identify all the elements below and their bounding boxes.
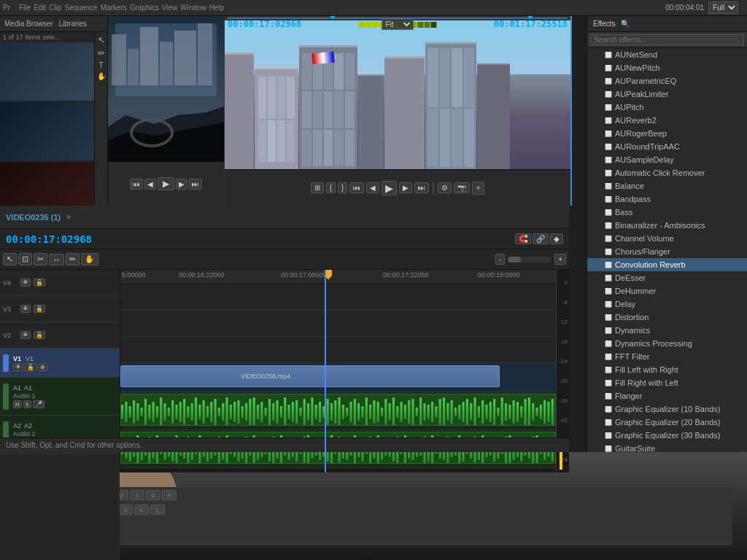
v3-toggle-btn[interactable]: 👁 bbox=[20, 305, 31, 313]
v1-sync-btn[interactable]: ⊕ bbox=[38, 363, 47, 371]
effects-item-18[interactable]: DeHummer bbox=[587, 284, 747, 298]
v2-toggle-btn[interactable]: 👁 bbox=[20, 331, 31, 339]
source-step-back-btn[interactable]: ◀ bbox=[144, 179, 156, 190]
zoom-slider-thumb[interactable] bbox=[508, 257, 521, 262]
effects-item-14[interactable]: Channel Volume bbox=[587, 232, 747, 245]
program-mark-out-btn[interactable]: } bbox=[338, 182, 347, 193]
key[interactable]: J bbox=[118, 505, 133, 515]
slip-btn[interactable]: ↔ bbox=[49, 254, 64, 265]
fit-dropdown[interactable]: Fit Full 50% 25% bbox=[382, 19, 414, 30]
effects-item-6[interactable]: AURogerBeep bbox=[587, 127, 747, 140]
effects-item-25[interactable]: Fill Right with Left bbox=[587, 376, 747, 389]
effects-search-input[interactable] bbox=[590, 34, 744, 45]
app-menu-item[interactable]: Pr bbox=[3, 4, 10, 12]
effects-item-22[interactable]: Dynamics Processing bbox=[587, 337, 747, 350]
playhead[interactable] bbox=[325, 270, 326, 472]
zoom-in-btn[interactable]: + bbox=[554, 254, 566, 265]
v4-toggle-btn[interactable]: 👁 bbox=[20, 279, 31, 287]
libraries-tab[interactable]: Libraries bbox=[59, 20, 87, 28]
a1-track[interactable] bbox=[120, 392, 569, 430]
program-settings-btn[interactable]: ⚙ bbox=[438, 182, 452, 193]
key[interactable]: O bbox=[146, 490, 160, 500]
effects-item-29[interactable]: Graphic Equalizer (30 Bands) bbox=[587, 429, 747, 442]
effects-item-9[interactable]: Automatic Click Remover bbox=[587, 166, 747, 179]
effects-item-20[interactable]: Distortion bbox=[587, 311, 747, 324]
key[interactable]: P bbox=[162, 490, 177, 500]
program-add-track-btn[interactable]: + bbox=[472, 182, 484, 195]
effects-item-12[interactable]: Bass bbox=[587, 206, 747, 219]
a1-solo-btn[interactable]: S bbox=[23, 400, 31, 408]
effects-item-15[interactable]: Chorus/Flanger bbox=[587, 245, 747, 258]
effects-item-7[interactable]: AURoundTripAAC bbox=[587, 140, 747, 153]
linked-selection-btn[interactable]: 🔗 bbox=[533, 233, 549, 244]
program-prev-btn[interactable]: ⏮ bbox=[349, 182, 364, 193]
zoom-out-btn[interactable]: - bbox=[495, 254, 505, 265]
effects-item-30[interactable]: GuitarSuite bbox=[587, 442, 747, 452]
menu-item[interactable]: Clip bbox=[49, 4, 61, 12]
effects-item-16[interactable]: Convolution Reverb bbox=[587, 258, 747, 271]
source-step-fwd-btn[interactable]: ▶ bbox=[176, 179, 187, 190]
effects-item-0[interactable]: AUNetSend bbox=[587, 48, 747, 61]
effects-item-26[interactable]: Flanger bbox=[587, 389, 747, 402]
key[interactable]: L bbox=[150, 505, 165, 515]
source-rewind-btn[interactable]: ⏮ bbox=[130, 179, 143, 190]
v4-track[interactable] bbox=[120, 284, 569, 311]
program-mark-in-btn[interactable]: { bbox=[326, 182, 336, 193]
menu-item[interactable]: Edit bbox=[34, 4, 46, 12]
effects-item-23[interactable]: FFT Filter bbox=[587, 350, 747, 363]
program-step-back-btn[interactable]: ◀ bbox=[366, 182, 379, 193]
key[interactable]: I bbox=[130, 490, 144, 500]
program-next-btn[interactable]: ⏭ bbox=[414, 182, 429, 193]
menu-item[interactable]: Markers bbox=[101, 4, 127, 12]
selection-tool-btn[interactable]: ↖ bbox=[3, 253, 17, 265]
hand-btn[interactable]: ✋ bbox=[81, 253, 98, 265]
v4-lock-btn[interactable]: 🔓 bbox=[34, 279, 45, 287]
v1-lock-btn[interactable]: 🔓 bbox=[25, 363, 36, 371]
video-clip-v1[interactable]: VIDEO0258.mp4 bbox=[120, 365, 500, 387]
hand-tool[interactable]: ✋ bbox=[97, 72, 106, 80]
pen-tool[interactable]: ✏ bbox=[98, 48, 105, 58]
v1-track[interactable]: VIDEO0258.mp4 bbox=[120, 363, 569, 392]
source-fwd-btn[interactable]: ⏭ bbox=[189, 179, 202, 190]
v3-track[interactable] bbox=[120, 311, 569, 337]
program-play-btn[interactable]: ▶ bbox=[382, 181, 397, 195]
effects-item-24[interactable]: Fill Left with Right bbox=[587, 363, 747, 376]
type-tool[interactable]: T bbox=[98, 61, 103, 69]
v3-lock-btn[interactable]: 🔓 bbox=[34, 305, 45, 313]
effects-tab[interactable]: Effects bbox=[593, 20, 615, 28]
effects-item-13[interactable]: Binauralizer - Ambisonics bbox=[587, 219, 747, 232]
effects-item-5[interactable]: AUReverb2 bbox=[587, 114, 747, 127]
a1-mic-btn[interactable]: 🎤 bbox=[33, 400, 44, 408]
program-add-btn[interactable]: ⊞ bbox=[311, 182, 324, 193]
media-browser-tab[interactable]: Media Browser bbox=[4, 20, 53, 28]
effects-item-19[interactable]: Delay bbox=[587, 298, 747, 311]
source-play-btn[interactable]: ▶ bbox=[158, 177, 174, 190]
menu-item[interactable]: View bbox=[162, 4, 178, 12]
pen-btn[interactable]: ✏ bbox=[66, 253, 80, 265]
effects-item-8[interactable]: AUSampleDelay bbox=[587, 153, 747, 166]
ripple-edit-btn[interactable]: ⊡ bbox=[18, 253, 32, 265]
menu-item[interactable]: Window bbox=[180, 4, 206, 12]
snap-btn[interactable]: 🧲 bbox=[515, 233, 531, 244]
select-tool[interactable]: ↖ bbox=[98, 35, 105, 45]
menu-item[interactable]: Graphics bbox=[130, 4, 159, 12]
search-effects-icon[interactable]: 🔍 bbox=[621, 20, 630, 28]
effects-item-28[interactable]: Graphic Equalizer (20 Bands) bbox=[587, 416, 747, 429]
fit-select[interactable]: Fit Full 50% 25% bbox=[382, 19, 414, 30]
zoom-select[interactable]: Full bbox=[708, 1, 738, 14]
effects-item-4[interactable]: AUPitch bbox=[587, 101, 747, 114]
effects-item-11[interactable]: Bandpass bbox=[587, 192, 747, 206]
v1-toggle-btn[interactable]: 👁 bbox=[13, 363, 23, 371]
razor-btn[interactable]: ✂ bbox=[34, 253, 47, 265]
effects-item-27[interactable]: Graphic Equalizer (10 Bands) bbox=[587, 402, 747, 416]
a1-mute-btn[interactable]: M bbox=[13, 400, 22, 408]
menu-item[interactable]: File bbox=[19, 4, 31, 12]
menu-item[interactable]: Sequence bbox=[65, 4, 98, 12]
effects-item-3[interactable]: AUPeakLimiter bbox=[587, 88, 747, 101]
effects-item-2[interactable]: AUParametricEQ bbox=[587, 74, 747, 88]
v2-track[interactable] bbox=[120, 337, 569, 363]
add-marker-btn[interactable]: ◆ bbox=[550, 233, 563, 244]
effects-item-17[interactable]: DeEsser bbox=[587, 271, 747, 284]
program-camera-btn[interactable]: 📷 bbox=[454, 182, 470, 193]
v2-lock-btn[interactable]: 🔓 bbox=[34, 331, 45, 339]
